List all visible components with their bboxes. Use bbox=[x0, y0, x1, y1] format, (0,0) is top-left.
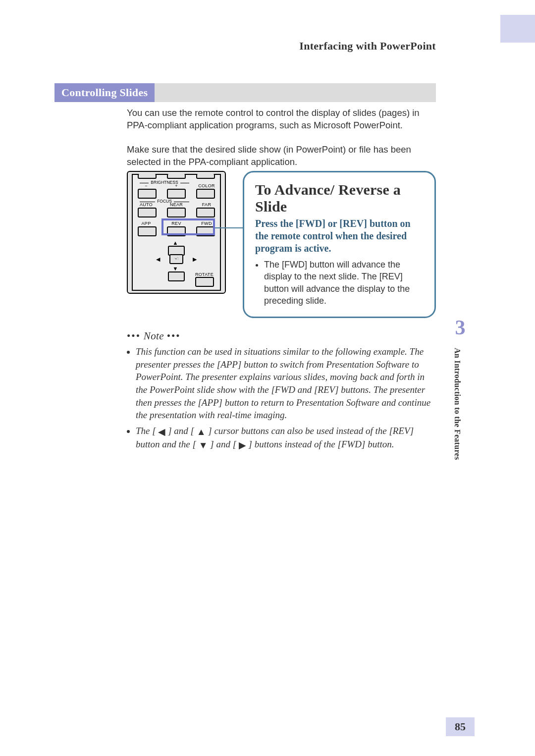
section-heading: Controlling Slides bbox=[54, 83, 155, 102]
chapter-side-rail: 3 An Introduction to the Features bbox=[453, 317, 468, 460]
chapter-number: 3 bbox=[453, 317, 468, 338]
brightness-plus-button bbox=[167, 189, 186, 199]
manual-page: Interfacing with PowerPoint Controlling … bbox=[0, 0, 535, 756]
paragraph-2: Make sure that the desired slide show (i… bbox=[127, 144, 436, 168]
section-heading-bar: Controlling Slides bbox=[54, 83, 436, 102]
down-arrow-icon: ▼ bbox=[168, 266, 183, 271]
note-heading: ••• Note ••• bbox=[127, 330, 436, 342]
callout-lead: Press the [FWD] or [REV] button on the r… bbox=[255, 217, 424, 255]
brightness-minus-button bbox=[138, 189, 157, 199]
highlight-rev-fwd bbox=[161, 218, 215, 235]
app-label: APP bbox=[138, 221, 155, 226]
thumb-tab bbox=[500, 15, 535, 43]
running-header: Interfacing with PowerPoint bbox=[299, 40, 436, 53]
callout-connector bbox=[215, 227, 244, 228]
app-button bbox=[138, 226, 157, 236]
rotate-button bbox=[195, 277, 214, 287]
note-item-1: This function can be used in situations … bbox=[136, 345, 436, 422]
up-arrow-icon: ▲ bbox=[168, 240, 183, 246]
color-button bbox=[196, 189, 215, 199]
minus-label: − bbox=[138, 183, 155, 188]
chapter-title: An Introduction to the Features bbox=[453, 348, 462, 460]
right-triangle-icon: ▶ bbox=[239, 439, 246, 452]
note-item-2: The [ ◀ ] and [ ▲ ] cursor buttons can a… bbox=[136, 425, 436, 452]
hand-icon: ☜ bbox=[169, 254, 183, 264]
rotate-label: ROTATE bbox=[195, 272, 212, 277]
note-block: ••• Note ••• This function can be used i… bbox=[127, 330, 436, 455]
auto-button bbox=[138, 208, 157, 217]
plus-label: + bbox=[168, 183, 185, 188]
callout-box: To Advance/ Reverse a Slide Press the [F… bbox=[243, 171, 436, 318]
down-button bbox=[168, 271, 185, 281]
body-column: You can use the remote control to contro… bbox=[127, 107, 436, 180]
auto-label: AUTO bbox=[138, 202, 155, 207]
near-button bbox=[167, 208, 186, 217]
remote-illustration: BRIGHTNESS − + COLOR FOCUS AUTO NEAR bbox=[127, 171, 226, 294]
color-label: COLOR bbox=[198, 183, 215, 188]
left-triangle-icon: ◀ bbox=[158, 426, 165, 438]
near-label: NEAR bbox=[168, 202, 185, 207]
paragraph-1: You can use the remote control to contro… bbox=[127, 107, 436, 132]
far-label: FAR bbox=[198, 202, 215, 207]
callout-bullet-1: The [FWD] button will advance the displa… bbox=[264, 259, 424, 307]
down-triangle-icon: ▼ bbox=[199, 439, 208, 452]
up-triangle-icon: ▲ bbox=[197, 426, 206, 438]
callout-title: To Advance/ Reverse a Slide bbox=[255, 181, 424, 215]
figure-row: BRIGHTNESS − + COLOR FOCUS AUTO NEAR bbox=[127, 171, 436, 318]
left-arrow-icon: ◀ bbox=[151, 257, 165, 262]
far-button bbox=[196, 208, 215, 217]
right-arrow-icon: ▶ bbox=[187, 257, 202, 262]
page-number: 85 bbox=[446, 717, 475, 736]
